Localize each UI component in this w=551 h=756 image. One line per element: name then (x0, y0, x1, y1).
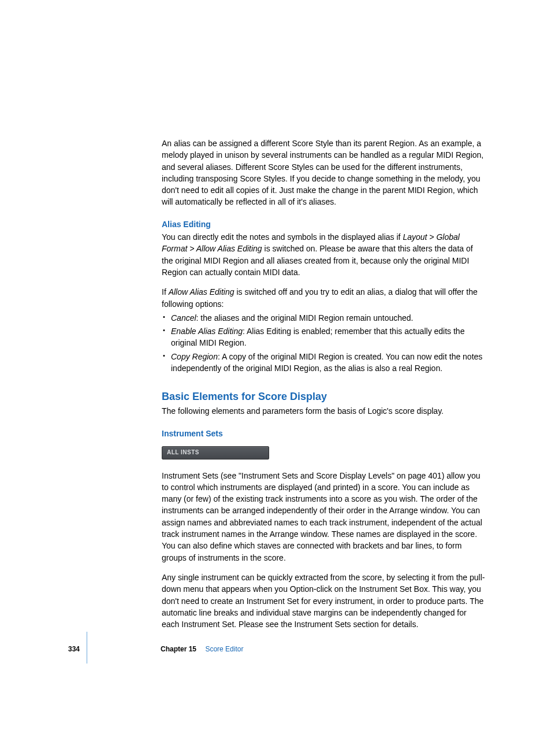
instrument-set-box[interactable]: ALL INSTS (162, 446, 269, 459)
page-footer: 334 Chapter 15 Score Editor (68, 644, 80, 654)
text: You can directly edit the notes and symb… (162, 232, 403, 242)
chapter-label: Chapter 15 (161, 645, 196, 653)
footer-divider (87, 632, 87, 664)
text: : A copy of the original MIDI Region is … (171, 352, 482, 373)
list-item: Enable Alias Editing: Alias Editing is e… (171, 325, 485, 349)
footer-text: Chapter 15 Score Editor (161, 644, 243, 654)
text: : the aliases and the original MIDI Regi… (196, 313, 414, 323)
instrument-sets-p1: Instrument Sets (see "Instrument Sets an… (162, 470, 485, 564)
term-italic: Enable Alias Editing (171, 327, 243, 336)
list-item: Cancel: the aliases and the original MID… (171, 312, 485, 324)
term-italic: Cancel (171, 313, 196, 323)
options-list: Cancel: the aliases and the original MID… (162, 312, 485, 374)
page-number: 334 (68, 645, 80, 653)
option-italic: Allow Alias Editing (169, 287, 234, 297)
instrument-sets-heading: Instrument Sets (162, 428, 485, 439)
alias-editing-heading: Alias Editing (162, 218, 485, 230)
intro-paragraph: An alias can be assigned a different Sco… (162, 138, 485, 208)
text: If (162, 287, 169, 297)
alias-editing-p2: If Allow Alias Editing is switched off a… (162, 286, 485, 310)
list-item: Copy Region: A copy of the original MIDI… (171, 351, 485, 375)
instrument-sets-p2: Any single instrument can be quickly ext… (162, 572, 485, 630)
basic-elements-heading: Basic Elements for Score Display (162, 389, 485, 404)
basic-elements-sub: The following elements and parameters fo… (162, 405, 485, 417)
page-content: An alias can be assigned a different Sco… (162, 138, 485, 638)
term-italic: Copy Region (171, 352, 218, 361)
chapter-title: Score Editor (205, 645, 243, 653)
alias-editing-p1: You can directly edit the notes and symb… (162, 231, 485, 278)
